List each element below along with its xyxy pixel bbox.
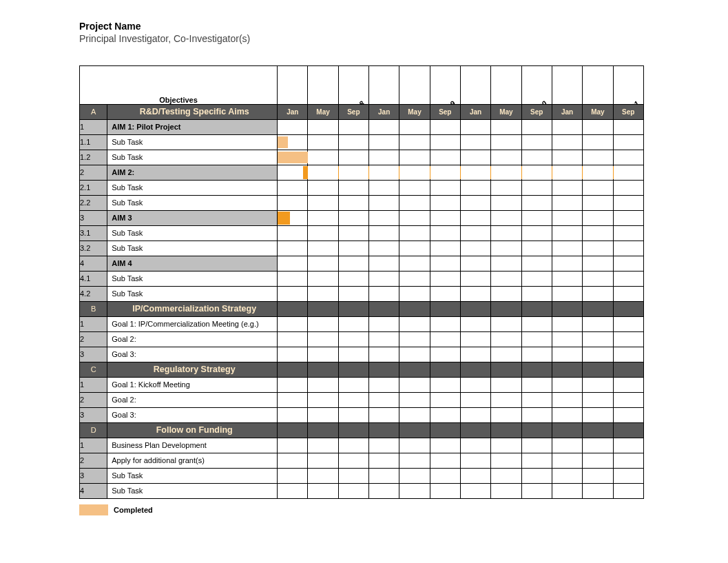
month-header: May [308, 104, 338, 119]
row-index: 4 [80, 256, 107, 271]
section-index: C [80, 362, 107, 377]
legend: Completed [79, 504, 644, 515]
gantt-bar [278, 212, 290, 225]
task-label: Goal 3: [107, 407, 278, 422]
task-label: Sub Task [107, 225, 278, 240]
row-index: 2 [80, 165, 107, 180]
month-header: May [583, 104, 613, 119]
section-title: Follow on Funding [107, 422, 278, 438]
row-index: 2 [80, 392, 107, 407]
gantt-bar [278, 136, 288, 148]
section-index: B [80, 301, 107, 316]
task-label: Sub Task [107, 180, 278, 195]
month-header: Sep [430, 104, 460, 119]
aim-label: AIM 1: Pilot Project [107, 119, 278, 134]
row-index: 1 [80, 119, 107, 134]
row-index: 3 [80, 347, 107, 362]
row-index: 1.2 [80, 150, 107, 165]
row-index: 1 [80, 438, 107, 453]
row-index: 2.2 [80, 195, 107, 210]
row-index: 2.1 [80, 180, 107, 195]
task-label: Goal 1: IP/Commercialization Meeting (e.… [107, 316, 278, 331]
task-label: Sub Task [107, 134, 278, 150]
legend-label-completed: Completed [114, 506, 153, 514]
section-title: R&D/Testing Specific Aims [107, 104, 278, 119]
section-index: D [80, 422, 107, 438]
month-header: May [399, 104, 430, 119]
section-title: Regulatory Strategy [107, 362, 278, 377]
task-label: Sub Task [107, 286, 278, 301]
page-title: Project Name [79, 21, 644, 32]
row-index: 3 [80, 468, 107, 483]
month-header: Jan [460, 104, 490, 119]
page-subtitle: Principal Investigator, Co-Investigator(… [79, 32, 644, 45]
row-index: 3.1 [80, 225, 107, 240]
row-index: 4 [80, 483, 107, 498]
section-index: A [80, 104, 107, 119]
row-index: 3.2 [80, 240, 107, 256]
task-label: Business Plan Development [107, 438, 278, 453]
row-index: 1.1 [80, 134, 107, 150]
month-header: Jan [552, 104, 582, 119]
row-index: 1 [80, 316, 107, 331]
row-index: 4.2 [80, 286, 107, 301]
month-header: Jan [369, 104, 399, 119]
month-header: May [491, 104, 521, 119]
row-index: 4.1 [80, 271, 107, 286]
row-index: 3 [80, 210, 107, 225]
row-index: 2 [80, 453, 107, 468]
task-label: Sub Task [107, 240, 278, 256]
task-label: Goal 1: Kickoff Meeting [107, 377, 278, 392]
month-header: Jan [278, 104, 308, 119]
row-index: 2 [80, 331, 107, 347]
task-label: Goal 2: [107, 392, 278, 407]
task-label: Apply for additional grant(s) [107, 453, 278, 468]
row-index: 3 [80, 407, 107, 422]
section-title: IP/Commercialization Strategy [107, 301, 278, 316]
month-header: Sep [521, 104, 552, 119]
month-header: Sep [338, 104, 368, 119]
task-label: Goal 2: [107, 331, 278, 347]
objectives-header: Objectives [80, 65, 278, 104]
gantt-table: Objectives2018201920202021AR&D/Testing S… [79, 65, 644, 499]
month-header: Sep [613, 104, 643, 119]
task-label: Sub Task [107, 468, 278, 483]
task-label: Sub Task [107, 271, 278, 286]
legend-swatch-completed [79, 504, 108, 515]
aim-label: AIM 3 [107, 210, 278, 225]
aim-label: AIM 2: [107, 165, 278, 180]
task-label: Sub Task [107, 483, 278, 498]
aim-label: AIM 4 [107, 256, 278, 271]
row-index: 1 [80, 377, 107, 392]
task-label: Sub Task [107, 195, 278, 210]
task-label: Sub Task [107, 150, 278, 165]
task-label: Goal 3: [107, 347, 278, 362]
